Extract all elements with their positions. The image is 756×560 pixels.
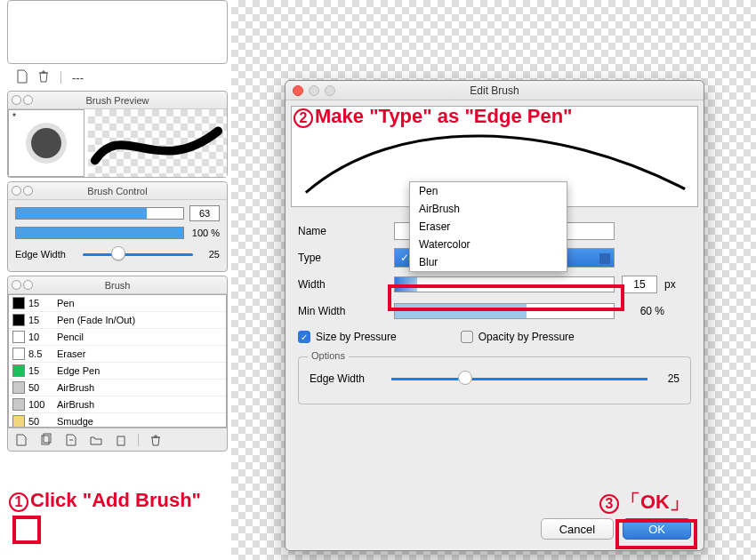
brush-row[interactable]: 50Smudge bbox=[9, 413, 226, 428]
annotation-box-type bbox=[388, 284, 624, 311]
dialog-titlebar[interactable]: Edit Brush bbox=[286, 81, 704, 100]
opacity-bar[interactable] bbox=[15, 227, 184, 239]
sidebar: --- Brush Preview * Brush Control 63 bbox=[0, 0, 231, 560]
type-label: Type bbox=[298, 252, 387, 264]
brush-row[interactable]: 50AirBrush bbox=[9, 380, 226, 396]
svg-rect-2 bbox=[117, 436, 125, 445]
new-doc-icon[interactable] bbox=[16, 69, 28, 86]
opacity-pressure-checkbox[interactable] bbox=[461, 331, 473, 343]
width-label: Width bbox=[298, 278, 387, 291]
annotation-step2: 2Make "Type" as "Edge Pen" bbox=[294, 105, 573, 128]
thumbnail-placeholder bbox=[7, 0, 228, 64]
panel-close-icon[interactable] bbox=[12, 186, 21, 196]
panel-min-icon[interactable] bbox=[23, 280, 33, 290]
dlg-edge-width-label: Edge Width bbox=[310, 372, 384, 385]
opacity-pressure-label: Opacity by Pressure bbox=[479, 331, 575, 343]
width-unit: px bbox=[664, 278, 676, 291]
edge-width-label: Edge Width bbox=[15, 249, 77, 260]
trash-icon[interactable] bbox=[37, 69, 50, 86]
annotation-step1: 1Click "Add Brush" bbox=[9, 489, 201, 512]
panel-title: Brush bbox=[105, 280, 131, 291]
dropdown-item[interactable]: Eraser bbox=[410, 218, 567, 236]
minimize-icon bbox=[309, 85, 319, 96]
brush-tip-preview: * bbox=[8, 109, 84, 177]
copy-icon[interactable] bbox=[113, 432, 129, 448]
brush-row[interactable]: 15Pen (Fade In/Out) bbox=[9, 312, 226, 329]
panel-min-icon[interactable] bbox=[23, 95, 33, 105]
annotation-step3: 3「OK」 bbox=[599, 489, 689, 516]
brush-control-panel: Brush Control 63 100 % Edge Width 25 bbox=[7, 181, 228, 272]
annotation-box-ok bbox=[615, 519, 697, 549]
dlg-edge-width-value: 25 bbox=[655, 372, 680, 385]
annotation-box-add bbox=[12, 516, 41, 544]
cancel-button[interactable]: Cancel bbox=[541, 518, 614, 540]
brush-stroke-preview bbox=[88, 109, 227, 177]
dropdown-item[interactable]: Pen bbox=[410, 182, 567, 200]
dropdown-item[interactable]: Blur bbox=[410, 253, 567, 271]
minwidth-label: Min Width bbox=[298, 305, 387, 317]
size-value[interactable]: 63 bbox=[189, 205, 220, 221]
maximize-icon bbox=[325, 85, 335, 96]
brush-row[interactable]: 15Pen bbox=[9, 295, 226, 312]
edge-width-slider[interactable] bbox=[83, 248, 193, 260]
toolbar-label: --- bbox=[72, 71, 84, 84]
brush-settings-icon[interactable] bbox=[63, 432, 79, 448]
brush-row[interactable]: 8.5Eraser bbox=[9, 346, 226, 363]
size-bar[interactable] bbox=[15, 207, 184, 220]
delete-brush-icon[interactable] bbox=[148, 432, 164, 448]
panel-min-icon[interactable] bbox=[23, 186, 33, 196]
size-pressure-checkbox[interactable]: ✓ bbox=[298, 331, 310, 343]
edit-brush-dialog: Edit Brush PenAirBrushEraserWatercolorBl… bbox=[285, 80, 704, 551]
edge-width-value: 25 bbox=[198, 249, 220, 260]
size-pressure-label: Size by Pressure bbox=[316, 331, 397, 343]
add-brush-icon[interactable] bbox=[13, 432, 29, 448]
tool-row: --- bbox=[0, 68, 231, 87]
options-legend: Options bbox=[308, 350, 349, 361]
width-value[interactable]: 15 bbox=[622, 276, 657, 293]
dlg-edge-width-slider[interactable] bbox=[391, 372, 647, 385]
brush-row[interactable]: 10Pencil bbox=[9, 329, 226, 346]
options-group: Options Edge Width 25 bbox=[298, 356, 691, 404]
brush-preview-panel: Brush Preview * bbox=[7, 91, 228, 178]
dropdown-item[interactable]: AirBrush bbox=[410, 200, 567, 218]
brush-list-panel: Brush 15Pen15Pen (Fade In/Out)10Pencil8.… bbox=[7, 276, 228, 452]
folder-icon[interactable] bbox=[88, 432, 104, 448]
dropdown-item[interactable]: Watercolor bbox=[410, 236, 567, 253]
check-icon: ✓ bbox=[400, 252, 409, 264]
name-label: Name bbox=[298, 225, 387, 237]
brush-panel-footer bbox=[8, 428, 227, 451]
panel-close-icon[interactable] bbox=[12, 95, 21, 105]
dialog-title: Edit Brush bbox=[470, 84, 519, 97]
duplicate-brush-icon[interactable] bbox=[38, 432, 54, 448]
type-dropdown-list[interactable]: PenAirBrushEraserWatercolorBlur bbox=[409, 181, 567, 272]
close-icon[interactable] bbox=[293, 85, 303, 96]
brush-row[interactable]: 15Edge Pen bbox=[9, 363, 226, 380]
panel-title: Brush Preview bbox=[86, 95, 149, 106]
panel-title: Brush Control bbox=[87, 186, 147, 196]
brush-row[interactable]: 100AirBrush bbox=[9, 396, 226, 413]
panel-close-icon[interactable] bbox=[12, 280, 21, 290]
brush-list[interactable]: 15Pen15Pen (Fade In/Out)10Pencil8.5Erase… bbox=[8, 294, 227, 428]
opacity-value: 100 % bbox=[189, 228, 220, 238]
minwidth-value: 60 % bbox=[622, 305, 664, 317]
